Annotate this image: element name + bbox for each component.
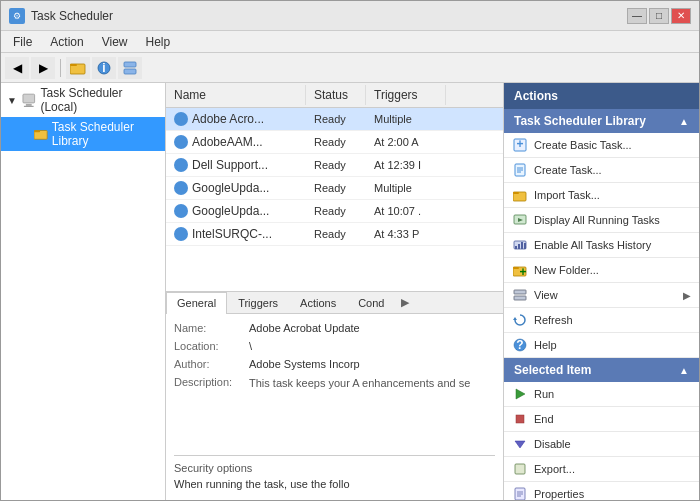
tree-item-library[interactable]: Task Scheduler Library <box>1 117 165 151</box>
actions-section-library[interactable]: Task Scheduler Library ▲ <box>504 109 699 133</box>
svg-point-14 <box>176 183 186 193</box>
action-help[interactable]: ? Help <box>504 333 699 358</box>
svg-rect-31 <box>524 243 526 249</box>
close-button[interactable]: ✕ <box>671 8 691 24</box>
forward-button[interactable]: ▶ <box>31 57 55 79</box>
svg-rect-6 <box>23 94 35 103</box>
menu-bar: File Action View Help <box>1 31 699 53</box>
tab-triggers[interactable]: Triggers <box>227 292 289 313</box>
table-row[interactable]: Dell Support... Ready At 12:39 I <box>166 154 503 177</box>
svg-rect-8 <box>24 106 34 107</box>
disable-label: Disable <box>534 438 571 450</box>
svg-rect-29 <box>518 244 520 249</box>
header-triggers[interactable]: Triggers <box>366 85 446 105</box>
properties-icon <box>512 486 528 500</box>
menu-help[interactable]: Help <box>138 33 179 51</box>
detail-panel: General Triggers Actions Cond ▶ Name: Ad… <box>166 292 503 500</box>
actions-header: Actions <box>504 83 699 109</box>
task-status-cell: Ready <box>306 180 366 196</box>
tab-general[interactable]: General <box>166 292 227 314</box>
svg-rect-24 <box>513 192 519 194</box>
task-triggers-cell: At 10:07 . <box>366 203 446 219</box>
detail-description-row: Description: This task keeps your A enha… <box>174 376 495 391</box>
toolbar: ◀ ▶ i <box>1 53 699 83</box>
action-run[interactable]: Run <box>504 382 699 407</box>
create-task-label: Create Task... <box>534 164 602 176</box>
table-row[interactable]: GoogleUpda... Ready Multiple <box>166 177 503 200</box>
svg-text:+: + <box>516 138 523 151</box>
folder-icon <box>34 126 48 142</box>
svg-rect-7 <box>26 104 32 106</box>
svg-rect-33 <box>513 267 519 269</box>
table-row[interactable]: IntelSURQC-... Ready At 4:33 P <box>166 223 503 246</box>
task-triggers-cell: At 4:33 P <box>366 226 446 242</box>
enable-history-icon <box>512 237 528 253</box>
minimize-button[interactable]: — <box>627 8 647 24</box>
action-enable-history[interactable]: Enable All Tasks History <box>504 233 699 258</box>
task-status-cell: Ready <box>306 111 366 127</box>
tree-panel: ▼ Task Scheduler (Local) Task Scheduler … <box>1 83 166 500</box>
refresh-icon <box>512 312 528 328</box>
info-button[interactable]: i <box>92 57 116 79</box>
svg-marker-42 <box>515 441 525 448</box>
computer-icon <box>21 92 37 108</box>
app-icon: ⚙ <box>9 8 25 24</box>
middle-panel: Name Status Triggers Adobe Acro... Ready… <box>166 83 504 500</box>
table-row[interactable]: AdobeAAM... Ready At 2:00 A <box>166 131 503 154</box>
svg-rect-5 <box>124 69 136 74</box>
security-text: When running the task, use the follo <box>174 478 495 490</box>
view-button[interactable] <box>118 57 142 79</box>
tree-item-local[interactable]: ▼ Task Scheduler (Local) <box>1 83 165 117</box>
svg-rect-30 <box>521 242 523 249</box>
view-label: View <box>534 289 558 301</box>
maximize-button[interactable]: □ <box>649 8 669 24</box>
menu-file[interactable]: File <box>5 33 40 51</box>
run-icon <box>512 386 528 402</box>
svg-point-15 <box>176 206 186 216</box>
back-button[interactable]: ◀ <box>5 57 29 79</box>
header-status[interactable]: Status <box>306 85 366 105</box>
import-task-icon <box>512 187 528 203</box>
action-refresh[interactable]: Refresh <box>504 308 699 333</box>
task-row-icon <box>174 112 188 126</box>
tab-actions[interactable]: Actions <box>289 292 347 313</box>
menu-view[interactable]: View <box>94 33 136 51</box>
actions-section-selected[interactable]: Selected Item ▲ <box>504 358 699 382</box>
location-value: \ <box>249 340 252 352</box>
detail-location-row: Location: \ <box>174 340 495 352</box>
action-view[interactable]: View ▶ <box>504 283 699 308</box>
action-end[interactable]: End <box>504 407 699 432</box>
action-export[interactable]: Export... <box>504 457 699 482</box>
task-triggers-cell: At 12:39 I <box>366 157 446 173</box>
tab-more-button[interactable]: ▶ <box>395 292 415 313</box>
menu-action[interactable]: Action <box>42 33 91 51</box>
task-row-icon <box>174 158 188 172</box>
action-import-task[interactable]: Import Task... <box>504 183 699 208</box>
task-row-icon <box>174 181 188 195</box>
properties-label: Properties <box>534 488 584 500</box>
table-row[interactable]: Adobe Acro... Ready Multiple <box>166 108 503 131</box>
action-display-all[interactable]: Display All Running Tasks <box>504 208 699 233</box>
toolbar-separator <box>60 59 61 77</box>
svg-text:+: + <box>519 265 526 277</box>
task-name-cell: Dell Support... <box>166 156 306 174</box>
run-label: Run <box>534 388 554 400</box>
svg-rect-1 <box>70 64 77 66</box>
header-name[interactable]: Name <box>166 85 306 105</box>
action-create-basic[interactable]: + Create Basic Task... <box>504 133 699 158</box>
svg-marker-40 <box>516 389 525 399</box>
end-label: End <box>534 413 554 425</box>
action-disable[interactable]: Disable <box>504 432 699 457</box>
display-all-icon <box>512 212 528 228</box>
action-new-folder[interactable]: + New Folder... <box>504 258 699 283</box>
action-properties[interactable]: Properties <box>504 482 699 500</box>
action-create-task[interactable]: Create Task... <box>504 158 699 183</box>
display-all-label: Display All Running Tasks <box>534 214 660 226</box>
folder-button[interactable] <box>66 57 90 79</box>
enable-history-label: Enable All Tasks History <box>534 239 651 251</box>
table-row[interactable]: GoogleUpda... Ready At 10:07 . <box>166 200 503 223</box>
create-basic-label: Create Basic Task... <box>534 139 632 151</box>
security-title: Security options <box>174 462 495 474</box>
name-label: Name: <box>174 322 249 334</box>
tab-conditions[interactable]: Cond <box>347 292 395 313</box>
